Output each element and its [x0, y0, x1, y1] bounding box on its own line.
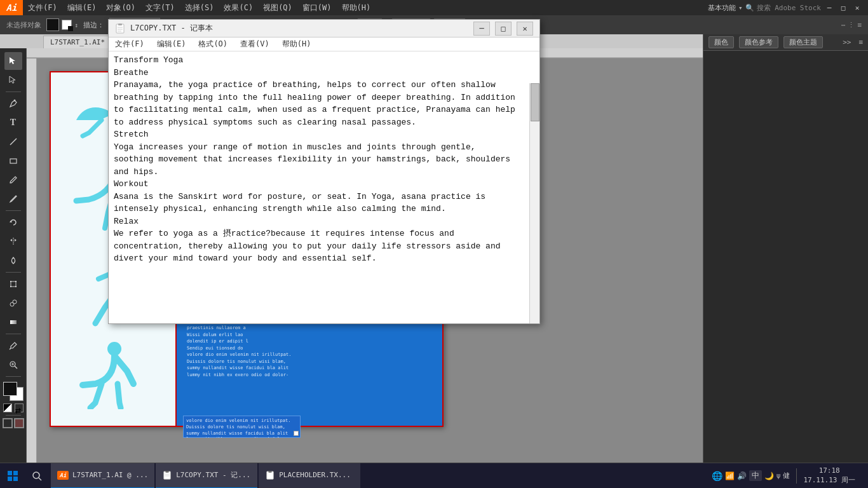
swap-colors-btn[interactable]: ⇄	[15, 403, 24, 412]
quick-mask-btn[interactable]	[14, 418, 24, 428]
dropdown-icon: ▾	[738, 4, 743, 12]
tool-separator-1	[6, 92, 21, 92]
notepad-minimize-btn[interactable]: ─	[473, 22, 490, 36]
notepad-menu-view[interactable]: 查看(V)	[234, 37, 276, 51]
eyedropper-tool[interactable]	[4, 337, 22, 355]
zoom-tool[interactable]	[4, 356, 22, 374]
direct-selection-icon	[8, 75, 18, 85]
artboard-selected-text: volore dio enim velenim nit irillutpat. …	[186, 418, 297, 438]
svg-point-36	[33, 472, 39, 478]
ie-icon[interactable]: 🌐	[712, 471, 722, 481]
menu-window[interactable]: 窗口(W)	[297, 0, 337, 15]
svg-marker-8	[15, 239, 17, 241]
menu-effect[interactable]: 效果(C)	[219, 0, 258, 15]
stroke-label: 描边：	[81, 17, 107, 32]
close-button[interactable]: ✕	[851, 2, 863, 13]
taskbar-app-illustrator[interactable]: Ai L7START_1.AI @ ...	[51, 463, 154, 489]
top-right-controls: 基本功能 ▾ 🔍 搜索 Adobe Stock ─ □ ✕	[708, 2, 868, 13]
fill-swatch[interactable]	[46, 18, 59, 31]
system-tray: 🌐 📶 🔊 中 🌙 ψ 健	[712, 470, 790, 481]
taskbar-app-notepad1[interactable]: L7COPY.TXT - 记...	[156, 463, 257, 489]
network-icon[interactable]: 📶	[725, 471, 735, 480]
keyboard-icon: ψ	[776, 471, 781, 480]
notepad-close-btn[interactable]: ✕	[517, 22, 533, 36]
pen-tool[interactable]	[4, 95, 22, 112]
color-swatches	[3, 382, 24, 401]
notepad-taskbar-icon2	[266, 471, 275, 480]
taskbar-clock[interactable]: 17:18 17.11.13 周一	[803, 466, 855, 485]
shape-builder-icon	[9, 299, 18, 308]
notepad-scrollbar[interactable]	[529, 83, 539, 323]
yoga-figure-4	[64, 339, 162, 409]
notepad-textarea[interactable]: Transform Yoga Breathe Pranayama, the yo…	[109, 51, 539, 323]
input-moon-icon[interactable]: 🌙	[764, 471, 774, 480]
notepad-menu-help[interactable]: 帮助(H)	[276, 37, 318, 51]
stroke-swatch[interactable]	[62, 20, 72, 30]
menu-edit[interactable]: 编辑(E)	[62, 0, 102, 15]
menu-help[interactable]: 帮助(H)	[337, 0, 376, 15]
notepad-menu-format[interactable]: 格式(O)	[192, 37, 234, 51]
line-tool-icon	[9, 137, 18, 146]
gradient-tool[interactable]	[4, 313, 22, 331]
toolbar-right-icons: ⋯ ⋮ ≡	[839, 17, 864, 32]
width-tool[interactable]	[4, 252, 22, 269]
svg-rect-39	[166, 471, 169, 473]
svg-rect-16	[10, 320, 17, 324]
default-colors-btn[interactable]	[3, 403, 12, 412]
color-panels-header: 颜色 颜色参考 颜色主题 >> ≡	[703, 34, 868, 51]
menu-file[interactable]: 文件(F)	[23, 0, 62, 15]
tool-separator-5	[6, 376, 21, 377]
notepad-menu-edit[interactable]: 编辑(E)	[151, 37, 193, 51]
menu-view[interactable]: 视图(Q)	[258, 0, 297, 15]
clock-time: 17:18	[803, 466, 855, 475]
menu-object[interactable]: 对象(O)	[101, 0, 140, 15]
normal-mode-btn[interactable]	[3, 418, 13, 428]
svg-rect-33	[13, 471, 18, 475]
svg-marker-0	[10, 57, 15, 64]
gradient-icon	[9, 318, 18, 327]
basic-function-btn[interactable]: 基本功能	[708, 3, 736, 13]
ime-label[interactable]: 健	[783, 471, 790, 480]
taskbar-app-notepad2[interactable]: PLACEHOLDER.TX...	[259, 463, 360, 489]
shape-builder-tool[interactable]	[4, 294, 22, 312]
width-icon	[9, 256, 18, 265]
start-button[interactable]	[0, 463, 25, 489]
resize-handle[interactable]	[294, 431, 299, 436]
notepad-scroll-thumb[interactable]	[531, 83, 539, 121]
maximize-button[interactable]: □	[837, 2, 849, 13]
free-transform-tool[interactable]	[4, 275, 22, 293]
svg-rect-12	[10, 286, 11, 287]
tool-separator-2	[6, 210, 21, 211]
pencil-tool[interactable]	[4, 190, 22, 208]
paintbrush-tool[interactable]	[4, 171, 22, 189]
search-stock-label[interactable]: 搜索 Adobe Stock	[757, 3, 821, 13]
menu-text[interactable]: 文字(T)	[140, 0, 180, 15]
direct-selection-tool[interactable]	[4, 71, 22, 89]
svg-rect-38	[164, 471, 171, 478]
taskbar-search-button[interactable]	[25, 464, 48, 487]
type-tool[interactable]: T	[4, 114, 22, 132]
color-themes-panel-btn[interactable]: 颜色主题	[783, 36, 823, 48]
svg-rect-4	[10, 159, 17, 163]
notepad-maximize-btn[interactable]: □	[495, 22, 512, 36]
color-panel-btn[interactable]: 颜色	[709, 36, 734, 48]
notepad-menu-file[interactable]: 文件(F)	[109, 37, 151, 51]
reflect-tool[interactable]	[4, 233, 22, 250]
rectangle-tool[interactable]	[4, 152, 22, 170]
taskbar: Ai L7START_1.AI @ ... L7COPY.TXT - 记...	[0, 463, 868, 488]
notepad-titlebar: L7COPY.TXT - 记事本 ─ □ ✕	[109, 20, 539, 37]
foreground-color-swatch[interactable]	[3, 382, 17, 396]
notepad-window: L7COPY.TXT - 记事本 ─ □ ✕ 文件(F) 编辑(E) 格式(O)…	[108, 19, 540, 324]
input-method-label[interactable]: 中	[749, 470, 762, 481]
panel-expand-btn[interactable]: >>	[843, 38, 851, 46]
volume-icon[interactable]: 🔊	[737, 471, 747, 480]
rotate-tool[interactable]	[4, 214, 22, 231]
panel-menu-btn[interactable]: ≡	[858, 38, 863, 46]
reflect-icon	[9, 237, 18, 246]
color-guide-panel-btn[interactable]: 颜色参考	[739, 36, 778, 48]
notepad-content: Transform Yoga Breathe Pranayama, the yo…	[109, 51, 539, 323]
line-tool[interactable]	[4, 133, 22, 151]
selection-tool[interactable]	[4, 52, 22, 70]
menu-select[interactable]: 选择(S)	[180, 0, 219, 15]
minimize-button[interactable]: ─	[824, 2, 835, 13]
